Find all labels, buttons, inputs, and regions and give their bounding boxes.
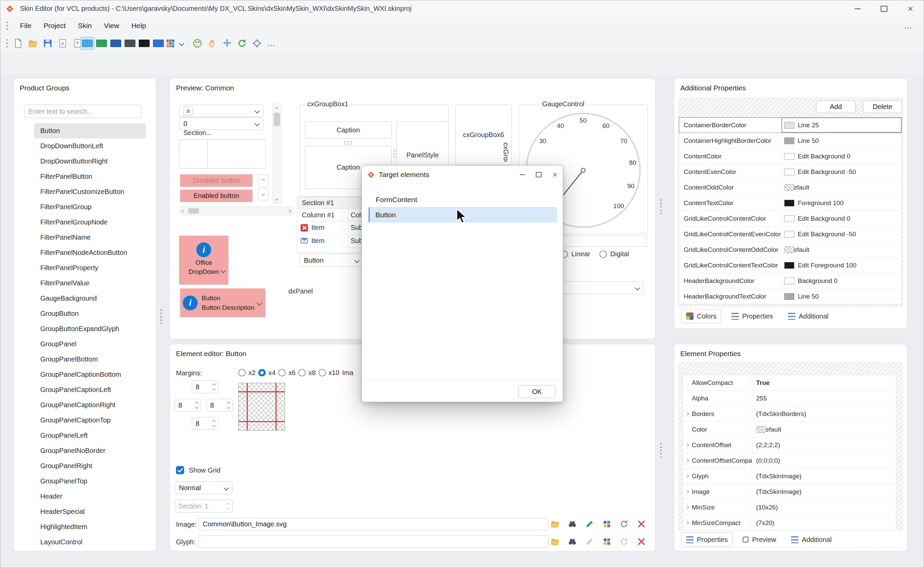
scroll-left-icon[interactable] <box>182 210 185 213</box>
button-description-button[interactable]: i Button Button Description <box>180 289 265 317</box>
property-row[interactable]: HeaderBackgroundColorBackground 0 <box>679 273 902 289</box>
menu-item-file[interactable]: File <box>14 17 38 35</box>
add-button[interactable]: Add <box>816 101 856 113</box>
property-row[interactable]: MinSize(10x26) <box>683 500 896 515</box>
expand-icon[interactable] <box>686 443 689 447</box>
palette-tool-button[interactable] <box>190 36 205 51</box>
property-row[interactable]: GridLikeControlContentTextColorEdit Fore… <box>679 258 902 273</box>
list-item[interactable]: FilterPanelProperty <box>34 260 146 275</box>
checkbox-icon[interactable] <box>176 466 184 474</box>
delete-button[interactable]: Delete <box>863 101 902 113</box>
expand-icon[interactable] <box>686 506 689 509</box>
list-item[interactable]: FilterPanelCustomizeButton <box>34 184 146 199</box>
preview-spin-down-button[interactable] <box>258 188 269 200</box>
search-input[interactable] <box>24 104 142 118</box>
section-spinner[interactable]: Section: 1 <box>175 500 233 512</box>
refresh-button[interactable] <box>234 36 249 51</box>
hand-tool-button[interactable] <box>205 36 220 51</box>
list-item[interactable]: GroupPanelBottom <box>34 352 146 367</box>
palette-grid-button[interactable] <box>601 535 613 548</box>
list-item[interactable]: HeaderSpecial <box>34 504 146 519</box>
spinner-arrows[interactable] <box>213 420 215 426</box>
list-item[interactable]: FilterPanelGroup <box>34 199 146 215</box>
radio-icon[interactable] <box>258 369 266 376</box>
list-item[interactable]: HighlightedItem <box>34 519 146 535</box>
menu-item-skin[interactable]: Skin <box>72 17 98 35</box>
glyph-path-input[interactable] <box>198 535 548 548</box>
preview-image-combo[interactable]: a <box>179 104 263 117</box>
tab-additional[interactable]: Additional <box>786 532 836 547</box>
expand-icon[interactable] <box>686 412 689 416</box>
zoom-option-x8[interactable]: x8 <box>298 369 316 377</box>
preview-index-combo[interactable]: 0 <box>179 118 263 130</box>
open-button[interactable] <box>26 36 40 51</box>
list-item[interactable]: LayoutControl <box>34 535 146 550</box>
reload-button[interactable] <box>618 535 631 548</box>
zoom-option-x2[interactable]: x2 <box>238 369 255 377</box>
find-button[interactable] <box>566 518 579 530</box>
dialog-minimize-button[interactable] <box>514 166 530 184</box>
column-header[interactable]: Column #1 <box>297 211 348 219</box>
spinner-arrows[interactable] <box>227 503 229 509</box>
radio-icon[interactable] <box>298 369 306 376</box>
browse-folder-button[interactable] <box>549 518 562 530</box>
scrollbar-thumb[interactable] <box>188 208 199 214</box>
skin-swatch[interactable] <box>94 37 109 50</box>
reload-button[interactable] <box>618 518 631 530</box>
margin-bottom-spinner[interactable]: 8 <box>192 417 218 430</box>
property-row[interactable]: GridLikeControlContentEvenColorEdit Back… <box>679 227 902 242</box>
spinner-arrows[interactable] <box>228 402 230 408</box>
dialog-titlebar[interactable]: Target elements <box>362 166 563 184</box>
preview-grid-cell-box[interactable] <box>179 139 266 169</box>
list-item[interactable]: GroupButton <box>34 306 146 321</box>
ok-button[interactable]: OK <box>518 385 556 398</box>
list-item[interactable]: GroupPanelCaptionTop <box>34 412 146 428</box>
scroll-up-icon[interactable] <box>275 107 279 110</box>
skin-swatch[interactable] <box>80 37 94 50</box>
spinner-arrows[interactable] <box>213 384 215 390</box>
property-row[interactable]: ContentTextColorForeground 100 <box>679 195 902 211</box>
find-button[interactable] <box>566 535 579 548</box>
browse-folder-button[interactable] <box>549 535 562 548</box>
list-item[interactable]: FilterPanelGroupNode <box>34 215 146 230</box>
list-item[interactable]: FilterPanelValue <box>34 275 146 291</box>
expand-icon[interactable] <box>686 474 689 478</box>
expand-icon[interactable] <box>686 521 689 525</box>
linear-radio[interactable]: Linear <box>560 250 590 258</box>
zoom-option-x6[interactable]: x6 <box>278 369 296 377</box>
list-item[interactable]: GroupPanelTop <box>34 474 146 489</box>
scroll-right-icon[interactable] <box>288 210 291 213</box>
zoom-option-x10[interactable]: x10 <box>319 369 340 377</box>
clear-button[interactable] <box>635 535 648 548</box>
caption-box-1[interactable]: Caption <box>305 121 392 139</box>
list-item[interactable]: GroupPanel <box>34 337 146 352</box>
list-item[interactable]: Header <box>34 489 146 504</box>
property-row[interactable]: ContentOddColorclDefault <box>679 180 902 195</box>
palette-grid-button[interactable] <box>601 518 613 530</box>
property-row[interactable]: Image(TdxSkinImage) <box>683 484 896 500</box>
list-item[interactable]: Button <box>34 123 146 139</box>
preview-horizontal-scrollbar[interactable] <box>179 207 293 215</box>
spinner-arrows[interactable] <box>196 402 198 408</box>
close-button[interactable] <box>897 0 924 17</box>
target-tool-button[interactable] <box>249 36 264 51</box>
preview-disabled-button[interactable]: Disabled button <box>180 174 252 187</box>
maximize-button[interactable] <box>871 0 897 17</box>
zoom-option-x4[interactable]: x4 <box>258 369 275 377</box>
radio-icon[interactable] <box>599 251 607 258</box>
drag-handle-icon[interactable] <box>344 140 353 145</box>
expand-icon[interactable] <box>686 459 689 462</box>
splitter-grip[interactable] <box>660 442 662 458</box>
property-row[interactable]: ContentColorEdit Background 0 <box>679 149 902 164</box>
list-item[interactable]: GroupPanelCaptionRight <box>34 397 146 412</box>
list-item[interactable]: GroupButtonExpandGlyph <box>34 321 146 337</box>
property-row[interactable]: ColorclDefault <box>683 422 896 437</box>
skin-swatch[interactable] <box>109 37 123 50</box>
skin-swatch[interactable] <box>123 37 137 50</box>
menu-item-view[interactable]: View <box>98 17 125 35</box>
property-row[interactable]: GridLikeControlContentColorEdit Backgrou… <box>679 211 902 227</box>
toolbar-overflow-button[interactable]: … <box>267 35 275 52</box>
property-row[interactable]: HeaderBackgroundTextColorLine 50 <box>679 289 902 304</box>
property-row[interactable]: ContentEvenColorEdit Background -50 <box>679 164 902 180</box>
menu-overflow-button[interactable]: … <box>904 17 912 35</box>
